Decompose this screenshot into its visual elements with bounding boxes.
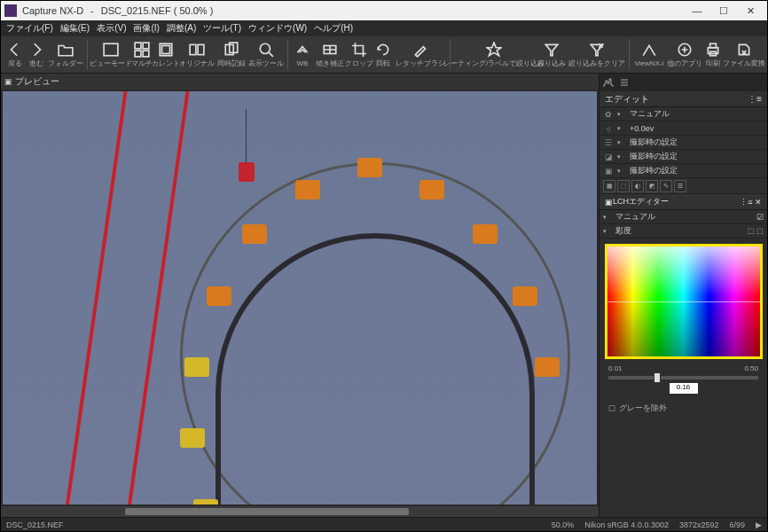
rating-label-filter-button[interactable]: レーティング/ラベルで絞り込み: [454, 40, 534, 70]
menu-image[interactable]: 画像(I): [133, 22, 159, 35]
gear-icon: ☰: [603, 138, 614, 147]
original-button[interactable]: オリジナル: [179, 40, 215, 70]
maximize-button[interactable]: ☐: [710, 1, 737, 20]
edit-row-setting3[interactable]: ▣▾撮影時の設定: [600, 164, 767, 178]
status-filename: DSC_0215.NEF: [6, 520, 64, 529]
tool-icon-6[interactable]: ☰: [674, 180, 686, 192]
histogram-icon[interactable]: [603, 77, 614, 88]
app-window: Capture NX-D - DSC_0215.NEF ( 50.0% ) — …: [0, 0, 768, 532]
convert-button[interactable]: ファイル変換: [725, 40, 764, 70]
slider-max: 0.50: [744, 364, 758, 372]
chevron-down-icon: ▾: [617, 111, 626, 118]
forward-button[interactable]: 進む: [26, 40, 46, 70]
viewnxi-button[interactable]: ViewNX-i: [633, 41, 666, 69]
horizontal-scrollbar[interactable]: [1, 506, 599, 517]
menu-edit[interactable]: 編集(E): [60, 22, 90, 35]
title-app: Capture NX-D: [22, 5, 83, 16]
right-panel: エディット⋮≡ ✿▾マニュアル ☼▾+0.0ev ☰▾撮影時の設定 ◪▾撮影時の…: [599, 74, 767, 517]
back-button[interactable]: 戻る: [4, 40, 25, 70]
slider-thumb[interactable]: [654, 372, 661, 383]
multi-button[interactable]: マルチ: [131, 40, 153, 70]
panel-close-icon[interactable]: ⋮≡ ✕: [740, 198, 762, 207]
chevron-down-icon: ▾: [617, 153, 626, 160]
edit-row-manual[interactable]: ✿▾マニュアル: [600, 107, 767, 121]
image-canvas[interactable]: [3, 91, 597, 505]
chevron-down-icon: ▾: [617, 125, 626, 132]
histogram-toggle-icon[interactable]: ⬚ ⬚: [748, 227, 764, 235]
checkbox-icon: ☐: [608, 404, 615, 413]
chevron-down-icon: ▾: [603, 228, 612, 235]
svg-rect-8: [198, 44, 204, 54]
minimize-button[interactable]: —: [684, 1, 710, 20]
svg-rect-4: [143, 51, 149, 57]
lch-section-row[interactable]: ▾彩度⬚ ⬚: [600, 224, 767, 239]
edit-panel-header[interactable]: エディット⋮≡: [600, 91, 767, 107]
svg-point-11: [261, 43, 270, 53]
main-area: プレビュー: [1, 74, 767, 517]
filter-button[interactable]: 絞り込み: [535, 40, 568, 70]
edit-row-setting2[interactable]: ◪▾撮影時の設定: [600, 150, 767, 164]
svg-rect-6: [161, 45, 169, 53]
picture-icon: ▣: [603, 167, 614, 176]
app-icon: [4, 4, 17, 17]
menu-adjust[interactable]: 調整(A): [167, 22, 196, 35]
current-button[interactable]: カレント: [153, 40, 178, 70]
status-zoom: 50.0%: [552, 520, 575, 529]
lch-mode-row[interactable]: ▾マニュアル☑: [600, 210, 767, 224]
filter-clear-button[interactable]: 絞り込みをクリア: [568, 40, 625, 70]
svg-rect-1: [135, 43, 141, 49]
camera-icon: ◪: [603, 153, 614, 161]
menu-help[interactable]: ヘルプ(H): [314, 22, 353, 35]
tool-icon-1[interactable]: ▦: [603, 180, 615, 192]
title-file: DSC_0215.NEF ( 50.0% ): [101, 5, 214, 16]
viewmode-button[interactable]: ビューモード: [91, 40, 130, 70]
lch-editor: 0.010.50 0.16 ☐グレーを除外: [600, 239, 767, 421]
edit-row-setting1[interactable]: ☰▾撮影時の設定: [600, 136, 767, 150]
chevron-down-icon: ▾: [617, 139, 626, 146]
preview-tab[interactable]: プレビュー: [1, 74, 599, 90]
gray-exclude-checkbox[interactable]: ☐グレーを除外: [603, 399, 764, 418]
svg-rect-15: [710, 43, 717, 48]
saturation-slider[interactable]: [608, 376, 758, 379]
adjust-panel-icon[interactable]: [619, 77, 630, 88]
titlebar: Capture NX-D - DSC_0215.NEF ( 50.0% ) — …: [1, 1, 767, 20]
menu-file[interactable]: ファイル(F): [6, 22, 53, 35]
straighten-button[interactable]: 傾き補正: [314, 40, 347, 70]
panel-tabs: [600, 74, 767, 91]
color-spectrum[interactable]: [605, 244, 763, 359]
crop-button[interactable]: クロップ: [347, 40, 372, 70]
menubar: ファイル(F) 編集(E) 表示(V) 画像(I) 調整(A) ツール(T) ウ…: [1, 20, 767, 36]
status-next-icon[interactable]: ▶: [756, 520, 762, 529]
print-button[interactable]: 印刷: [703, 40, 724, 70]
edit-row-exposure[interactable]: ☼▾+0.0ev: [600, 121, 767, 136]
status-profile: Nikon sRGB 4.0.0.3002: [584, 520, 669, 529]
concurrent-button[interactable]: 同時記録: [216, 40, 248, 70]
menu-view[interactable]: 表示(V): [97, 22, 126, 35]
svg-rect-0: [104, 43, 118, 56]
lch-panel-header[interactable]: ▣ LCHエディター⋮≡ ✕: [600, 194, 767, 210]
folder-button[interactable]: フォルダー: [48, 40, 83, 70]
gear-icon: ✿: [603, 110, 614, 119]
tool-icon-5[interactable]: ✎: [660, 180, 672, 192]
slider-value[interactable]: 0.16: [670, 383, 698, 394]
other-app-button[interactable]: 他のアプリ: [667, 40, 702, 70]
chevron-down-icon: ▾: [617, 168, 626, 175]
statusbar: DSC_0215.NEF 50.0% Nikon sRGB 4.0.0.3002…: [1, 517, 767, 531]
wb-button[interactable]: WB: [292, 41, 312, 69]
tool-icon-4[interactable]: ◩: [646, 180, 658, 192]
tool-icon-2[interactable]: ⬚: [617, 180, 630, 192]
menu-tool[interactable]: ツール(T): [203, 22, 241, 35]
status-dimensions: 3872x2592: [679, 520, 719, 529]
rotate-button[interactable]: 回転: [372, 40, 393, 70]
retouch-button[interactable]: レタッチブラシ: [395, 40, 447, 70]
svg-rect-3: [135, 51, 141, 57]
chevron-down-icon: ▾: [603, 214, 612, 221]
close-button[interactable]: ✕: [737, 1, 764, 20]
panel-menu-icon[interactable]: ⋮≡: [748, 94, 762, 104]
tool-icon-3[interactable]: ◐: [631, 180, 644, 192]
checkbox-icon[interactable]: ☑: [756, 213, 764, 222]
status-count: 6/99: [729, 520, 745, 529]
displaytool-button[interactable]: 表示ツール: [248, 40, 284, 70]
menu-window[interactable]: ウィンドウ(W): [248, 22, 307, 35]
viewport: プレビュー: [1, 74, 599, 517]
